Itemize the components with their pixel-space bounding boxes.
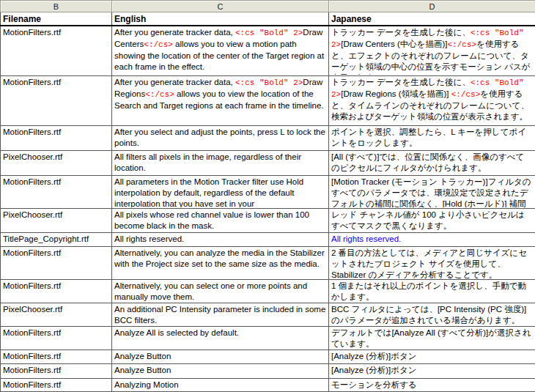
table-row: PixelChooser.rtfAll filters all pixels i…: [1, 150, 535, 175]
table-row: MotionFilters.rtfAlternatively, you can …: [1, 246, 535, 279]
japanese-cell[interactable]: モーションを分析する: [329, 378, 535, 391]
japanese-cell[interactable]: [Analyze (分析)]ボタン: [329, 350, 535, 363]
inline-markup-tag: <:/cs>: [448, 40, 477, 49]
text-segment: TitlePage_Copyright.rtf: [3, 234, 89, 243]
text-segment: Alternatively, you can select one or mor…: [114, 281, 307, 301]
english-cell[interactable]: Alternatively, you can select one or mor…: [112, 279, 329, 303]
english-cell[interactable]: All filters all pixels in the image, reg…: [112, 150, 329, 175]
text-segment: PixelChooser.rtf: [3, 210, 62, 219]
text-segment: トラッカー データを生成した後に、: [331, 78, 471, 86]
text-segment: MotionFilters.rtf: [3, 328, 61, 337]
text-segment: All parameters in the Motion Tracker fil…: [114, 177, 303, 207]
text-segment: MotionFilters.rtf: [3, 352, 61, 360]
filename-cell[interactable]: PixelChooser.rtf: [1, 208, 112, 232]
text-segment: [All (すべて)]では、位置に関係なく、画像のすべてのピクセルにフィルタがか…: [331, 152, 524, 172]
text-segment: MotionFilters.rtf: [3, 248, 61, 257]
text-segment: After you select and adjust the points, …: [114, 127, 325, 147]
japanese-cell[interactable]: ポイントを選択、調整したら、L キーを押してポイントをロックします。: [329, 125, 535, 150]
text-segment: [Analyze (分析)]ボタン: [331, 352, 416, 360]
table-row: PixelChooser.rtfAll pixels whose red cha…: [1, 208, 535, 232]
header-cell-filename[interactable]: Filename: [1, 12, 112, 26]
english-cell[interactable]: Analyze Button: [112, 363, 329, 378]
english-cell[interactable]: An additional PC Intensity parameter is …: [112, 303, 329, 326]
table-row: MotionFilters.rtfAnalyze All is selected…: [1, 326, 535, 350]
text-segment: MotionFilters.rtf: [3, 366, 61, 374]
field-header-row: FilenameEnglishJapanese: [1, 12, 535, 26]
text-segment: モーションを分析する: [331, 380, 417, 389]
filename-cell[interactable]: TitlePage_Copyright.rtf: [1, 232, 112, 246]
filename-cell[interactable]: MotionFilters.rtf: [1, 26, 112, 75]
japanese-cell[interactable]: All rights reserved.: [329, 232, 535, 246]
japanese-cell[interactable]: トラッカー データを生成した後に、<:cs "Bold" 2>[Draw Reg…: [329, 75, 535, 125]
text-segment: MotionFilters.rtf: [3, 281, 61, 290]
english-cell[interactable]: Analyzing Motion: [112, 378, 329, 391]
filename-cell[interactable]: MotionFilters.rtf: [1, 175, 112, 208]
japanese-cell[interactable]: レッド チャンネル値が 100 より小さいピクセルはすべてマスクで黒くなります。: [329, 208, 535, 232]
japanese-cell[interactable]: デフォルトでは[Analyze All (すべて分析)]が選択されています。: [329, 326, 535, 350]
table-row: MotionFilters.rtfAnalyzing Motionモーションを分…: [1, 378, 535, 391]
text-segment: [Motion Tracker (モーション トラッカー)]フィルタのすべてのパ…: [331, 177, 531, 207]
column-letter-C[interactable]: C: [112, 1, 329, 12]
table-row: MotionFilters.rtfAfter you generate trac…: [1, 75, 535, 125]
text-segment: [Draw Centers (中心を描画)]: [341, 40, 447, 48]
text-segment: Analyze Button: [114, 366, 171, 374]
text-segment: 2 番目の方法としては、メディアと同じサイズにセットされたプロジェクト サイズを…: [331, 248, 527, 278]
japanese-cell[interactable]: [Motion Tracker (モーション トラッカー)]フィルタのすべてのパ…: [329, 175, 535, 208]
japanese-cell[interactable]: 1 個またはそれ以上のポイントを選択し、手動で動かします。: [329, 279, 535, 303]
text-segment: All filters all pixels in the image, reg…: [114, 152, 301, 172]
english-cell[interactable]: After you generate tracker data, <:cs "B…: [112, 75, 329, 125]
inline-markup-tag: <:/cs>: [451, 90, 481, 99]
filename-cell[interactable]: MotionFilters.rtf: [1, 246, 112, 279]
text-segment: レッド チャンネル値が 100 より小さいピクセルはすべてマスクで黒くなります。: [331, 210, 525, 230]
english-cell[interactable]: After you select and adjust the points, …: [112, 125, 329, 150]
column-letter-D[interactable]: D: [329, 1, 535, 12]
filename-cell[interactable]: MotionFilters.rtf: [1, 363, 112, 378]
table-row: MotionFilters.rtfAlternatively, you can …: [1, 279, 535, 303]
japanese-cell[interactable]: 2 番目の方法としては、メディアと同じサイズにセットされたプロジェクト サイズを…: [329, 246, 535, 279]
table-row: MotionFilters.rtfAll parameters in the M…: [1, 175, 535, 208]
text-segment: ポイントを選択、調整したら、L キーを押してポイントをロックします。: [331, 127, 526, 147]
table-row: MotionFilters.rtfAfter you select and ad…: [1, 125, 535, 150]
text-segment: MotionFilters.rtf: [3, 78, 61, 86]
japanese-cell[interactable]: [Analyze (分析)]ボタン: [329, 363, 535, 378]
text-segment: All rights reserved.: [114, 234, 184, 243]
filename-cell[interactable]: MotionFilters.rtf: [1, 326, 112, 350]
text-segment: MotionFilters.rtf: [3, 127, 61, 136]
text-segment: Analyze Button: [114, 352, 171, 360]
filename-cell[interactable]: MotionFilters.rtf: [1, 125, 112, 150]
text-segment: BCC フィルタによっては、[PC Intensity (PC 強度)]のパラメ…: [331, 305, 526, 325]
filename-cell[interactable]: PixelChooser.rtf: [1, 150, 112, 175]
filename-cell[interactable]: MotionFilters.rtf: [1, 75, 112, 125]
blue-text: All rights reserved.: [331, 234, 401, 243]
english-cell[interactable]: All rights reserved.: [112, 232, 329, 246]
table-row: PixelChooser.rtfAn additional PC Intensi…: [1, 303, 535, 326]
column-letter-B[interactable]: B: [1, 1, 112, 12]
text-segment: PixelChooser.rtf: [3, 305, 62, 314]
text-segment: トラッカー データを生成した後に、: [331, 28, 471, 37]
english-cell[interactable]: All pixels whose red channel value is lo…: [112, 208, 329, 232]
text-segment: An additional PC Intensity parameter is …: [114, 305, 325, 325]
text-segment: All pixels whose red channel value is lo…: [114, 210, 309, 230]
inline-markup-tag: <:cs "Bold" 2>: [235, 78, 303, 87]
inline-markup-tag: <:/cs>: [144, 40, 173, 49]
japanese-cell[interactable]: BCC フィルタによっては、[PC Intensity (PC 強度)]のパラメ…: [329, 303, 535, 326]
english-cell[interactable]: Alternatively, you can analyze the media…: [112, 246, 329, 279]
filename-cell[interactable]: MotionFilters.rtf: [1, 378, 112, 391]
filename-cell[interactable]: MotionFilters.rtf: [1, 279, 112, 303]
table-row: MotionFilters.rtfAnalyze Button[Analyze …: [1, 350, 535, 363]
text-segment: デフォルトでは[Analyze All (すべて分析)]が選択されています。: [331, 328, 531, 348]
english-cell[interactable]: All parameters in the Motion Tracker fil…: [112, 175, 329, 208]
text-segment: MotionFilters.rtf: [3, 380, 61, 389]
english-cell[interactable]: Analyze All is selected by default.: [112, 326, 329, 350]
header-cell-japanese[interactable]: Japanese: [329, 12, 535, 26]
english-cell[interactable]: After you generate tracker data, <:cs "B…: [112, 26, 329, 75]
filename-cell[interactable]: PixelChooser.rtf: [1, 303, 112, 326]
header-cell-english[interactable]: English: [112, 12, 329, 26]
table-body: MotionFilters.rtfAfter you generate trac…: [1, 26, 535, 391]
japanese-cell[interactable]: トラッカー データを生成した後に、<:cs "Bold" 2>[Draw Cen…: [329, 26, 535, 75]
filename-cell[interactable]: MotionFilters.rtf: [1, 350, 112, 363]
japanese-cell[interactable]: [All (すべて)]では、位置に関係なく、画像のすべてのピクセルにフィルタがか…: [329, 150, 535, 175]
english-cell[interactable]: Analyze Button: [112, 350, 329, 363]
text-segment: [Draw Regions (領域を描画)]: [341, 89, 451, 98]
table-row: MotionFilters.rtfAfter you generate trac…: [1, 26, 535, 75]
